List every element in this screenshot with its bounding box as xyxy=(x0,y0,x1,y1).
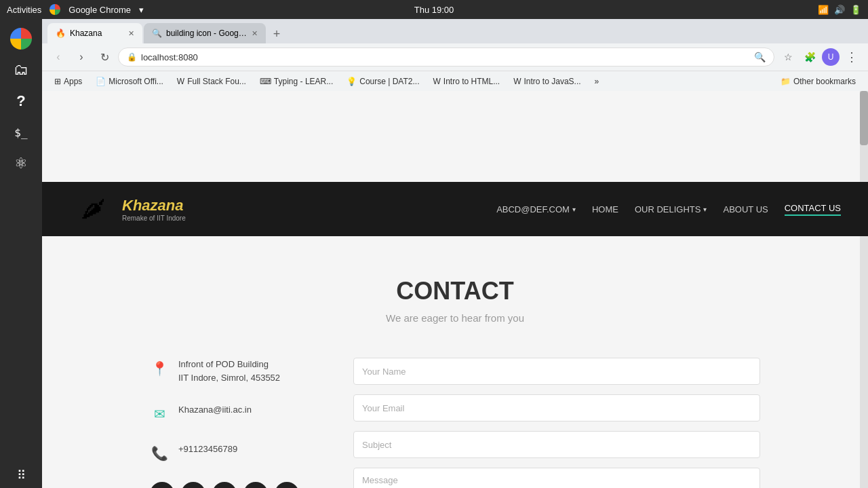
sidebar-icon-science[interactable]: ⚛ xyxy=(7,149,35,178)
contact-form: Send Message xyxy=(353,358,760,488)
chrome-os-icon xyxy=(50,4,60,15)
sidebar-app-grid[interactable]: ⠿ xyxy=(17,468,26,483)
logo-title: Khazana xyxy=(122,197,186,214)
name-input[interactable] xyxy=(353,358,760,385)
tab-favicon-google: 🔍 xyxy=(152,29,162,38)
nav-abcd-label: ABCD@DEF.COM xyxy=(496,204,570,214)
bookmark-star-button[interactable]: ☆ xyxy=(778,48,797,67)
nav-link-home[interactable]: HOME xyxy=(592,204,618,214)
os-bar-left: Activities Google Chrome ▾ xyxy=(7,4,144,15)
bookmark-typing-label: Typing - LEAR... xyxy=(274,77,333,86)
forward-button[interactable]: › xyxy=(72,48,91,67)
scrollbar-track[interactable] xyxy=(860,91,868,488)
contact-body: 📍 Infront of POD Building IIT Indore, Si… xyxy=(150,358,760,488)
tab-close-google[interactable]: ✕ xyxy=(252,29,258,38)
back-button[interactable]: ‹ xyxy=(49,48,68,67)
social-googleplus[interactable]: G+ xyxy=(243,482,268,488)
dropdown-arrow-icon: ▾ xyxy=(139,5,144,15)
nav-extras: ☆ 🧩 U ⋮ xyxy=(778,48,861,67)
os-tray: 📶 🔊 🔋 xyxy=(818,5,861,15)
contact-info: 📍 Infront of POD Building IIT Indore, Si… xyxy=(150,358,299,488)
nav-delights-arrow: ▾ xyxy=(703,206,707,213)
scrollbar-thumb[interactable] xyxy=(860,91,868,145)
message-textarea[interactable] xyxy=(353,468,760,488)
social-instagram[interactable]: 📷 xyxy=(212,482,237,488)
extensions-button[interactable]: 🧩 xyxy=(800,48,819,67)
bookmark-other-label: Other bookmarks xyxy=(793,77,856,86)
nav-link-contact[interactable]: CONTACT US xyxy=(785,203,841,216)
tab-close-khazana[interactable]: ✕ xyxy=(128,29,134,38)
logo-image: 🌶 xyxy=(69,189,117,229)
bookmark-typing[interactable]: ⌨ Typing - LEAR... xyxy=(254,75,338,88)
bookmark-other[interactable]: 📁 Other bookmarks xyxy=(775,75,861,88)
js-icon: W xyxy=(513,77,521,86)
bookmark-more[interactable]: » xyxy=(589,75,605,88)
social-linkedin[interactable]: in xyxy=(275,482,299,488)
url-display: localhost:8080 xyxy=(141,52,750,62)
search-icon: 🔍 xyxy=(754,52,766,62)
social-twitter[interactable]: 𝕏 xyxy=(150,482,174,488)
site-logo: 🌶 Khazana Remake of IIT Indore xyxy=(69,189,186,229)
phone-text: +91123456789 xyxy=(178,443,237,456)
os-topbar: Activities Google Chrome ▾ Thu 19:00 📶 🔊… xyxy=(0,0,868,19)
page-content: 🌶 Khazana Remake of IIT Indore ABCD@DEF.… xyxy=(42,182,868,488)
location-icon: 📍 xyxy=(150,359,169,378)
tab-google-search[interactable]: 🔍 building icon - Google Se... ✕ xyxy=(144,23,266,43)
bookmark-fullstack[interactable]: W Full Stack Fou... xyxy=(172,75,252,88)
sidebar-icon-chrome[interactable] xyxy=(7,24,35,53)
email-item: ✉ Khazana@iiti.ac.in xyxy=(150,403,299,424)
bookmarks-bar: ⊞ Apps 📄 Microsoft Offi... W Full Stack … xyxy=(42,71,868,91)
sidebar-icon-help[interactable]: ? xyxy=(7,87,35,115)
subject-input[interactable] xyxy=(353,431,760,458)
bookmark-js-label: Intro to JavaS... xyxy=(524,77,581,86)
site-navbar: 🌶 Khazana Remake of IIT Indore ABCD@DEF.… xyxy=(42,182,868,236)
contact-section: CONTACT We are eager to hear from you 📍 … xyxy=(42,236,868,488)
html-icon: W xyxy=(433,77,441,86)
tab-title-google: building icon - Google Se... xyxy=(166,29,248,38)
bookmark-course-label: Course | DAT2... xyxy=(359,77,419,86)
tab-khazana[interactable]: 🔥 Khazana ✕ xyxy=(47,23,142,43)
typing-icon: ⌨ xyxy=(260,77,271,86)
sidebar-icon-terminal[interactable]: $_ xyxy=(7,118,35,147)
fullstack-icon: W xyxy=(177,77,184,86)
nav-link-about[interactable]: ABOUT US xyxy=(723,204,768,214)
bookmark-apps[interactable]: ⊞ Apps xyxy=(49,75,87,88)
apps-grid-icon: ⊞ xyxy=(54,77,61,86)
bookmark-html[interactable]: W Intro to HTML... xyxy=(428,75,506,88)
email-input[interactable] xyxy=(353,394,760,421)
desktop-sidebar: 🗂 ? $_ ⚛ ⠿ xyxy=(0,19,42,488)
battery-icon: 🔋 xyxy=(850,5,861,15)
reload-button[interactable]: ↻ xyxy=(95,48,114,67)
terminal-icon: $_ xyxy=(14,126,27,139)
address-line2: IIT Indore, Simrol, 453552 xyxy=(178,373,280,383)
nav-abcd-arrow: ▾ xyxy=(572,206,576,213)
tab-bar: 🔥 Khazana ✕ 🔍 building icon - Google Se.… xyxy=(42,19,868,43)
address-bar[interactable]: 🔒 localhost:8080 🔍 xyxy=(118,48,774,67)
bookmark-js[interactable]: W Intro to JavaS... xyxy=(508,75,586,88)
new-tab-button[interactable]: + xyxy=(267,24,286,43)
science-icon: ⚛ xyxy=(14,155,28,172)
bookmark-microsoft-label: Microsoft Offi... xyxy=(108,77,163,86)
social-facebook[interactable]: f xyxy=(181,482,205,488)
bookmark-microsoft[interactable]: 📄 Microsoft Offi... xyxy=(90,75,168,88)
app-grid-icon: ⠿ xyxy=(17,468,26,482)
email-text: Khazana@iiti.ac.in xyxy=(178,403,252,417)
nav-link-delights[interactable]: OUR DELIGHTS ▾ xyxy=(635,204,707,214)
nav-home-label: HOME xyxy=(592,204,618,214)
sidebar-icon-files[interactable]: 🗂 xyxy=(7,56,35,84)
profile-button[interactable]: U xyxy=(822,48,840,66)
activities-label[interactable]: Activities xyxy=(7,5,41,15)
address-item: 📍 Infront of POD Building IIT Indore, Si… xyxy=(150,358,299,384)
address-text: Infront of POD Building IIT Indore, Simr… xyxy=(178,358,280,384)
help-icon: ? xyxy=(16,92,25,110)
menu-button[interactable]: ⋮ xyxy=(842,48,861,67)
nav-link-abcd[interactable]: ABCD@DEF.COM ▾ xyxy=(496,204,576,214)
volume-icon: 🔊 xyxy=(834,5,845,15)
microsoft-icon: 📄 xyxy=(96,77,106,86)
social-icons: 𝕏 f 📷 G+ in xyxy=(150,482,299,488)
folder-icon: 📁 xyxy=(781,77,791,86)
nav-about-label: ABOUT US xyxy=(723,204,768,214)
bookmark-course[interactable]: 💡 Course | DAT2... xyxy=(341,75,425,88)
tab-title-khazana: Khazana xyxy=(70,29,102,38)
contact-title: CONTACT xyxy=(396,277,513,305)
